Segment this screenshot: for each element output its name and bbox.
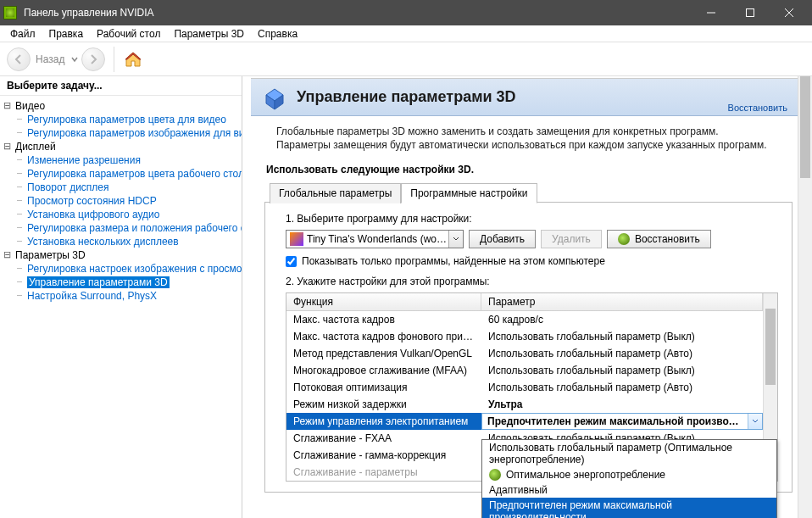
program-icon xyxy=(290,232,303,246)
section-label: Использовать следующие настройки 3D. xyxy=(251,162,798,182)
menubar: Файл Правка Рабочий стол Параметры 3D Сп… xyxy=(0,25,812,42)
table-row[interactable]: Потоковая оптимизацияИспользовать глобал… xyxy=(286,379,777,396)
tabs: Глобальные параметры Программные настрой… xyxy=(251,182,798,203)
content-panel: Управление параметрами 3D Восстановить Г… xyxy=(242,76,812,518)
maximize-button[interactable] xyxy=(731,0,770,25)
table-row[interactable]: Многокадровое сглаживание (MFAA)Использо… xyxy=(286,362,777,379)
chevron-down-icon xyxy=(448,231,463,248)
tab-global[interactable]: Глобальные параметры xyxy=(270,183,401,203)
cell-parameter: Использовать глобальный параметр (Авто) xyxy=(481,345,763,362)
toolbar: Назад xyxy=(0,42,812,76)
cell-parameter: Использовать глобальный параметр (Выкл) xyxy=(481,328,763,345)
tree-item[interactable]: Регулировка размера и положения рабочего… xyxy=(3,221,242,235)
table-row[interactable]: Макс. частота кадров60 кадров/с xyxy=(286,311,777,328)
dropdown-option-label: Адаптивный xyxy=(489,484,548,496)
panel-scrollbar[interactable] xyxy=(798,76,812,518)
tree-category[interactable]: Видео xyxy=(3,99,242,113)
page-title: Управление параметрами 3D xyxy=(297,88,516,106)
tree-item[interactable]: Настройка Surround, PhysX xyxy=(3,289,242,303)
step2-label: 2. Укажите настройки для этой программы: xyxy=(286,276,778,287)
dropdown-option-label: Использовать глобальный параметр (Оптима… xyxy=(489,442,770,465)
tree-item[interactable]: Поворот дисплея xyxy=(3,181,242,194)
cell-parameter: Использовать глобальный параметр (Авто) xyxy=(481,379,763,396)
cell-parameter: Использовать глобальный параметр (Выкл) xyxy=(481,362,763,379)
menu-3d-params[interactable]: Параметры 3D xyxy=(167,26,251,42)
tree-item[interactable]: Управление параметрами 3D xyxy=(3,276,242,289)
tab-program[interactable]: Программные настройки xyxy=(401,183,537,203)
cell-function: Макс. частота кадров xyxy=(286,311,481,328)
program-select[interactable]: Tiny Tina's Wonderlands (wonderlands.exe… xyxy=(286,230,464,248)
home-button[interactable] xyxy=(123,49,143,70)
menu-edit[interactable]: Правка xyxy=(42,26,91,42)
page-header: Управление параметрами 3D Восстановить xyxy=(251,79,798,116)
cell-function: Режим управления электропитанием xyxy=(286,413,481,430)
cell-function: Сглаживание - параметры xyxy=(286,464,481,481)
tree-category[interactable]: Дисплей xyxy=(3,140,242,153)
table-header: Функция Параметр xyxy=(286,293,777,311)
tree-category[interactable]: Параметры 3D xyxy=(3,248,242,262)
tree-item[interactable]: Изменение разрешения xyxy=(3,153,242,167)
show-only-found-label: Показывать только программы, найденные н… xyxy=(302,255,605,267)
tree-item[interactable]: Установка цифрового аудио xyxy=(3,208,242,221)
cell-function: Метод представления Vulkan/OpenGL xyxy=(286,345,481,362)
col-header-function[interactable]: Функция xyxy=(286,293,481,310)
back-label: Назад xyxy=(36,53,64,65)
program-select-text: Tiny Tina's Wonderlands (wonderlands.exe… xyxy=(307,233,448,245)
step1-label: 1. Выберите программу для настройки: xyxy=(286,213,778,225)
menu-file[interactable]: Файл xyxy=(3,26,42,42)
close-button[interactable] xyxy=(770,0,809,25)
page-description: Глобальные параметры 3D можно заменить и… xyxy=(251,116,798,162)
tree-item[interactable]: Регулировка параметров цвета рабочего ст… xyxy=(3,167,242,181)
col-header-parameter[interactable]: Параметр xyxy=(481,293,763,310)
cell-function: Многокадровое сглаживание (MFAA) xyxy=(286,362,481,379)
dropdown-option-label: Оптимальное энергопотребление xyxy=(506,469,665,481)
titlebar: Панель управления NVIDIA xyxy=(0,0,812,25)
cell-parameter[interactable]: Предпочтителен режим максимальной произв… xyxy=(481,413,763,430)
cell-parameter: Ультра xyxy=(481,396,763,413)
tree-item[interactable]: Регулировка параметров цвета для видео xyxy=(3,113,242,126)
cell-function: Сглаживание - гамма-коррекция xyxy=(286,447,481,464)
cube-icon xyxy=(261,84,288,111)
cell-function: Режим низкой задержки xyxy=(286,396,481,413)
tree-item[interactable]: Регулировка настроек изображения с просм… xyxy=(3,262,242,276)
table-row[interactable]: Режим управления электропитаниемПредпочт… xyxy=(286,413,777,430)
restore-defaults-link[interactable]: Восстановить xyxy=(728,103,787,113)
table-row[interactable]: Режим низкой задержкиУльтра xyxy=(286,396,777,413)
task-tree: ВидеоРегулировка параметров цвета для ви… xyxy=(0,96,242,306)
chevron-down-icon[interactable] xyxy=(71,56,78,63)
task-panel-header: Выберите задачу... xyxy=(0,76,242,96)
dropdown-option-label: Предпочтителен режим максимальной произв… xyxy=(489,499,770,518)
task-panel: Выберите задачу... ВидеоРегулировка пара… xyxy=(0,76,242,518)
dropdown-option[interactable]: Предпочтителен режим максимальной произв… xyxy=(482,498,776,518)
menu-desktop[interactable]: Рабочий стол xyxy=(90,26,167,42)
cell-function: Потоковая оптимизация xyxy=(286,379,481,396)
dropdown-option[interactable]: Использовать глобальный параметр (Оптима… xyxy=(482,440,776,467)
window-title: Панель управления NVIDIA xyxy=(24,7,692,19)
restore-button[interactable]: Восстановить xyxy=(607,230,711,248)
tree-item[interactable]: Установка нескольких дисплеев xyxy=(3,235,242,248)
dropdown-option[interactable]: Адаптивный xyxy=(482,482,776,498)
cell-function: Макс. частота кадров фонового приложения xyxy=(286,328,481,345)
nvidia-logo-icon xyxy=(618,233,630,245)
menu-help[interactable]: Справка xyxy=(251,26,304,42)
remove-button[interactable]: Удалить xyxy=(541,230,602,248)
cell-function: Сглаживание - FXAA xyxy=(286,430,481,447)
settings-table: Функция Параметр Макс. частота кадров60 … xyxy=(286,292,778,482)
add-button[interactable]: Добавить xyxy=(469,230,536,248)
tree-item[interactable]: Регулировка параметров изображения для в… xyxy=(3,126,242,140)
table-row[interactable]: Макс. частота кадров фонового приложения… xyxy=(286,328,777,345)
svg-rect-1 xyxy=(747,9,754,17)
minimize-button[interactable] xyxy=(692,0,731,25)
show-only-found-checkbox[interactable] xyxy=(286,256,297,267)
back-button[interactable] xyxy=(7,47,31,71)
forward-button[interactable] xyxy=(81,47,105,71)
tab-panel-program: 1. Выберите программу для настройки: Tin… xyxy=(264,203,793,493)
chevron-down-icon xyxy=(748,414,762,429)
nvidia-logo-icon xyxy=(489,469,501,481)
dropdown-option[interactable]: Оптимальное энергопотребление xyxy=(482,467,776,482)
cell-parameter: 60 кадров/с xyxy=(481,311,763,328)
power-mode-dropdown[interactable]: Использовать глобальный параметр (Оптима… xyxy=(481,439,777,518)
table-row[interactable]: Метод представления Vulkan/OpenGLИспольз… xyxy=(286,345,777,362)
tree-item[interactable]: Просмотр состояния HDCP xyxy=(3,194,242,208)
nvidia-icon xyxy=(3,6,17,19)
